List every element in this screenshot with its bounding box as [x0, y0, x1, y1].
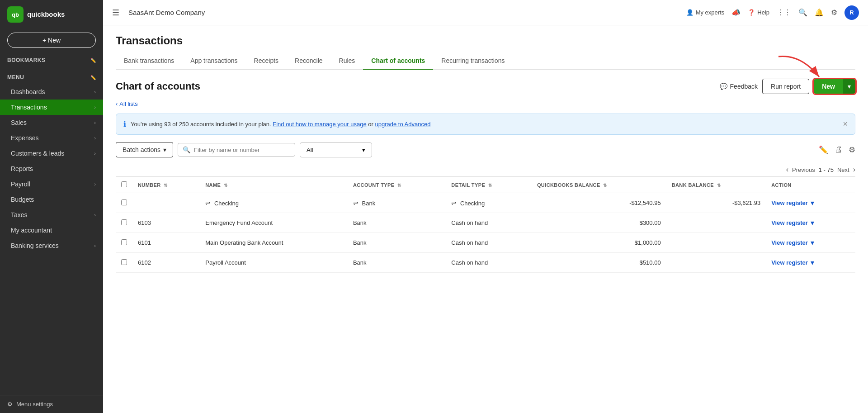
- new-button[interactable]: + New: [7, 33, 96, 48]
- next-label[interactable]: Next: [837, 166, 849, 173]
- filter-dropdown[interactable]: All ▾: [300, 142, 372, 157]
- feedback-button[interactable]: 💬 Feedback: [720, 83, 758, 90]
- next-page-button[interactable]: ›: [853, 166, 855, 174]
- row-3-qb-balance: $1,000.00: [532, 233, 666, 253]
- bookmarks-section: BOOKMARKS ✏️: [0, 52, 103, 69]
- run-report-button[interactable]: Run report: [762, 79, 809, 94]
- row-1-dropdown-button[interactable]: ▾: [811, 199, 814, 207]
- toolbar-right: ✏️ 🖨 ⚙: [819, 145, 855, 155]
- account-type-sort-icon[interactable]: ⇅: [397, 183, 401, 188]
- new-main-button[interactable]: New: [814, 79, 843, 94]
- edit-columns-button[interactable]: ✏️: [819, 145, 828, 155]
- row-2-select-checkbox[interactable]: [121, 219, 127, 225]
- print-button[interactable]: 🖨: [835, 145, 842, 154]
- row-2-view-register-button[interactable]: View register: [771, 219, 808, 226]
- sidebar-item-expenses[interactable]: Expenses ›: [0, 130, 103, 146]
- sub-header: Chart of accounts 💬 Feedback Run report: [116, 79, 855, 94]
- sidebar-item-reports[interactable]: Reports: [0, 161, 103, 176]
- help-button[interactable]: ❓ Help: [748, 9, 769, 16]
- bookmarks-chevron-icon: ✏️: [90, 58, 96, 63]
- row-3-select-checkbox[interactable]: [121, 239, 127, 245]
- sidebar-item-my-accountant[interactable]: My accountant: [0, 223, 103, 238]
- menu-header[interactable]: MENU ✏️: [0, 71, 103, 84]
- batch-chevron-icon: ▾: [163, 146, 166, 153]
- info-banner-link[interactable]: Find out how to manage your usage: [273, 121, 366, 128]
- row-4-detail-type: Cash on hand: [446, 253, 532, 273]
- row-3-view-register-button[interactable]: View register: [771, 239, 808, 246]
- main-content: ☰ SaasAnt Demo Company 👤 My experts 📣 ❓ …: [103, 0, 868, 413]
- topbar-actions: 👤 My experts 📣 ❓ Help ⋮⋮ 🔍 🔔 ⚙ R: [686, 5, 859, 20]
- row-1-action: View register ▾: [766, 193, 855, 213]
- row-1-view-register-button[interactable]: View register: [771, 199, 808, 206]
- name-col-header: NAME ⇅: [200, 177, 348, 193]
- grid-icon[interactable]: ⋮⋮: [777, 8, 791, 17]
- table-header: NUMBER ⇅ NAME ⇅ ACCOUNT TYPE ⇅ DETAIL: [116, 177, 855, 193]
- tab-rules[interactable]: Rules: [331, 52, 363, 70]
- chevron-down-icon: ▾: [848, 83, 851, 90]
- qb-balance-sort-icon[interactable]: ⇅: [603, 183, 607, 188]
- bell-icon[interactable]: 🔔: [815, 8, 824, 17]
- tab-receipts[interactable]: Receipts: [246, 52, 287, 70]
- close-banner-button[interactable]: ×: [843, 119, 848, 129]
- tab-recurring-transactions[interactable]: Recurring transactions: [433, 52, 513, 70]
- megaphone-icon[interactable]: 📣: [731, 8, 741, 17]
- tab-app-transactions[interactable]: App transactions: [182, 52, 245, 70]
- my-experts-button[interactable]: 👤 My experts: [686, 9, 725, 16]
- row-4-action: View register ▾: [766, 253, 855, 273]
- tab-reconcile[interactable]: Reconcile: [287, 52, 330, 70]
- row-4-dropdown-button[interactable]: ▾: [811, 258, 814, 267]
- new-dropdown-button[interactable]: ▾: [843, 79, 855, 94]
- sidebar-item-banking-services[interactable]: Banking services ›: [0, 238, 103, 253]
- detail-type-col-header: DETAIL TYPE ⇅: [446, 177, 532, 193]
- info-banner-upgrade-link[interactable]: upgrade to Advanced: [375, 121, 430, 128]
- name-sort-icon[interactable]: ⇅: [224, 183, 227, 188]
- search-magnifier-icon: 🔍: [183, 146, 190, 153]
- search-input[interactable]: [194, 147, 290, 153]
- sidebar-item-payroll[interactable]: Payroll ›: [0, 176, 103, 192]
- previous-label[interactable]: Previous: [792, 166, 815, 173]
- avatar[interactable]: R: [844, 5, 859, 20]
- quickbooks-logo-icon: qb: [7, 6, 24, 23]
- tab-chart-of-accounts[interactable]: Chart of accounts: [363, 52, 433, 70]
- row-1-bank-balance: -$3,621.93: [666, 193, 766, 213]
- sidebar-item-budgets[interactable]: Budgets: [0, 192, 103, 207]
- detail-type-sort-icon[interactable]: ⇅: [488, 183, 492, 188]
- previous-page-button[interactable]: ‹: [786, 166, 788, 174]
- hamburger-icon[interactable]: ☰: [112, 8, 119, 18]
- payroll-arrow-icon: ›: [94, 181, 96, 187]
- row-1-qb-balance: -$12,540.95: [532, 193, 666, 213]
- batch-actions-button[interactable]: Batch actions ▾: [116, 142, 173, 157]
- sidebar-item-dashboards[interactable]: Dashboards ›: [0, 84, 103, 100]
- gear-icon[interactable]: ⚙: [831, 8, 837, 17]
- search-box[interactable]: 🔍: [178, 143, 295, 157]
- row-1-name: ⇌ Checking: [200, 193, 348, 213]
- settings-button[interactable]: ⚙: [849, 145, 855, 155]
- number-sort-icon[interactable]: ⇅: [164, 183, 167, 188]
- row-1-select-checkbox[interactable]: [121, 199, 127, 205]
- qb-balance-col-header: QUICKBOOKS BALANCE ⇅: [532, 177, 666, 193]
- bank-balance-sort-icon[interactable]: ⇅: [717, 183, 721, 188]
- info-banner-text: You're using 93 of 250 accounts included…: [131, 121, 271, 128]
- row-2-name: Emergency Fund Account: [200, 213, 348, 233]
- all-lists-link[interactable]: ‹ All lists: [116, 100, 855, 107]
- menu-settings[interactable]: ⚙ Menu settings: [0, 395, 103, 413]
- row-2-dropdown-button[interactable]: ▾: [811, 218, 814, 227]
- page-title: Transactions: [116, 25, 855, 47]
- bookmarks-header[interactable]: BOOKMARKS ✏️: [0, 53, 103, 67]
- page-range: 1 - 75: [819, 166, 834, 173]
- sidebar-item-sales[interactable]: Sales ›: [0, 115, 103, 130]
- sidebar-item-taxes[interactable]: Taxes ›: [0, 207, 103, 223]
- sub-actions: 💬 Feedback Run report: [720, 79, 855, 94]
- sidebar-item-transactions[interactable]: Transactions ›: [0, 100, 103, 115]
- search-icon[interactable]: 🔍: [798, 8, 807, 17]
- sidebar-item-customers-leads[interactable]: Customers & leads ›: [0, 146, 103, 161]
- table-row: 6102 Payroll Account Bank Cash on hand $…: [116, 253, 855, 273]
- topbar: ☰ SaasAnt Demo Company 👤 My experts 📣 ❓ …: [103, 0, 868, 25]
- toolbar: Batch actions ▾ 🔍 All ▾ ✏️ 🖨 ⚙: [116, 142, 855, 157]
- tab-bank-transactions[interactable]: Bank transactions: [116, 52, 182, 70]
- row-3-dropdown-button[interactable]: ▾: [811, 238, 814, 247]
- row-4-view-register-button[interactable]: View register: [771, 259, 808, 266]
- table-row: ⇌ Checking ⇌ Bank ⇌ Checking -$12,540.95: [116, 193, 855, 213]
- select-all-checkbox[interactable]: [121, 181, 127, 187]
- row-4-select-checkbox[interactable]: [121, 259, 127, 265]
